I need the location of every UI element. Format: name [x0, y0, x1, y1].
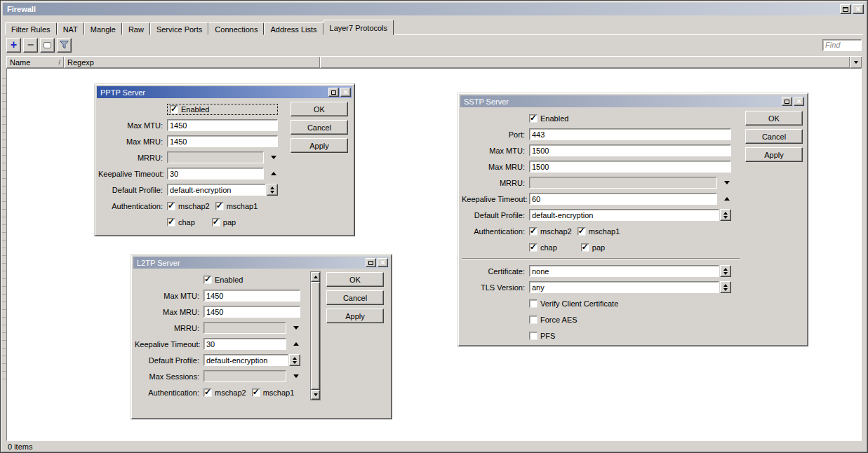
pptp-enabled-checkbox[interactable]: Enabled: [167, 104, 278, 115]
sstp-pfs-checkbox[interactable]: PFS: [529, 332, 555, 340]
sstp-max-mru-row: Max MRU:: [462, 158, 740, 175]
l2tp-max-sessions-input[interactable]: [203, 370, 286, 382]
pptp-max-mtu-input[interactable]: [167, 119, 278, 131]
sstp-chap-checkbox[interactable]: chap: [529, 243, 557, 252]
pptp-chap-checkbox[interactable]: chap: [167, 218, 195, 226]
l2tp-apply-button[interactable]: Apply: [326, 309, 384, 323]
sstp-force-aes-checkbox[interactable]: Force AES: [529, 316, 577, 324]
collapse-up-icon[interactable]: [724, 197, 730, 201]
column-header-name[interactable]: Name /: [6, 56, 64, 68]
sstp-default-profile-input[interactable]: [529, 209, 719, 221]
mrru-label: MRRU:: [135, 324, 203, 332]
tab-address-lists[interactable]: Address Lists: [264, 22, 323, 35]
restore-button[interactable]: [840, 4, 851, 14]
pptp-pin-button[interactable]: [328, 88, 339, 97]
window-titlebar[interactable]: Firewall ×: [3, 3, 865, 15]
comment-button[interactable]: [40, 38, 55, 53]
pptp-cancel-button[interactable]: Cancel: [291, 120, 348, 135]
add-button[interactable]: +: [6, 38, 21, 53]
l2tp-default-profile-dropdown[interactable]: [289, 354, 300, 366]
l2tp-cancel-button[interactable]: Cancel: [326, 290, 384, 305]
expand-down-icon[interactable]: [724, 181, 730, 184]
close-icon: ×: [796, 98, 801, 104]
sstp-default-profile-dropdown[interactable]: [720, 209, 731, 221]
pptp-keepalive-input[interactable]: [167, 168, 264, 180]
tab-connections[interactable]: Connections: [208, 22, 264, 35]
expand-down-icon[interactable]: [293, 374, 299, 378]
firewall-window: Firewall × Filter Rules NAT Mangle Raw S…: [0, 0, 868, 453]
pptp-mrru-input[interactable]: [167, 151, 264, 163]
sstp-certificate-input[interactable]: [529, 265, 719, 277]
l2tp-pin-button[interactable]: [366, 258, 376, 267]
l2tp-ok-button[interactable]: OK: [326, 272, 384, 287]
arrow-up-icon: [314, 276, 318, 278]
sstp-verify-client-certificate-checkbox[interactable]: Verify Client Certificate: [529, 299, 618, 308]
l2tp-mrru-input[interactable]: [203, 322, 286, 334]
scrollbar-thumb[interactable]: [311, 282, 320, 390]
sstp-enabled-checkbox[interactable]: Enabled: [529, 114, 568, 123]
checkbox-icon: [577, 227, 586, 236]
pptp-titlebar[interactable]: PPTP Server ×: [97, 86, 352, 98]
l2tp-keepalive-input[interactable]: [203, 338, 286, 350]
l2tp-titlebar[interactable]: L2TP Server ×: [133, 257, 389, 269]
l2tp-mschap1-checkbox[interactable]: mschap1: [252, 388, 295, 397]
tab-layer7-protocols[interactable]: Layer7 Protocols: [323, 20, 394, 35]
sstp-mschap2-checkbox[interactable]: mschap2: [529, 227, 572, 236]
l2tp-mschap2-checkbox[interactable]: mschap2: [203, 388, 246, 397]
sstp-certificate-row: Certificate:: [462, 263, 740, 279]
pptp-mschap2-checkbox[interactable]: mschap2: [167, 202, 210, 210]
sstp-port-input[interactable]: [529, 128, 731, 140]
tab-raw[interactable]: Raw: [122, 22, 150, 35]
sstp-mrru-input[interactable]: [529, 177, 717, 189]
sstp-port-row: Port:: [462, 126, 740, 142]
sstp-cancel-button[interactable]: Cancel: [745, 129, 803, 144]
sstp-close-button[interactable]: ×: [794, 97, 804, 106]
l2tp-close-button[interactable]: ×: [378, 258, 388, 267]
sstp-titlebar[interactable]: SSTP Server ×: [460, 95, 806, 107]
sstp-tls-version-dropdown[interactable]: [720, 281, 731, 293]
pptp-max-mru-input[interactable]: [167, 135, 278, 147]
sstp-pin-button[interactable]: [782, 97, 792, 106]
pptp-ok-button[interactable]: OK: [291, 102, 348, 116]
sstp-apply-button[interactable]: Apply: [745, 147, 803, 162]
l2tp-max-mru-input[interactable]: [203, 306, 300, 318]
sstp-pap-checkbox[interactable]: pap: [581, 243, 605, 252]
find-input[interactable]: [822, 39, 862, 51]
row-tick-marks: [2, 71, 6, 382]
pptp-default-profile-input[interactable]: [167, 184, 266, 196]
collapse-up-icon[interactable]: [293, 342, 299, 346]
l2tp-default-profile-input[interactable]: [203, 354, 288, 366]
updown-icon: [270, 187, 274, 189]
collapse-up-icon[interactable]: [271, 172, 276, 175]
sstp-keepalive-input[interactable]: [529, 193, 717, 205]
pptp-apply-button[interactable]: Apply: [291, 138, 348, 153]
column-select-button[interactable]: [850, 56, 862, 68]
sstp-max-mtu-input[interactable]: [529, 144, 731, 156]
sstp-tls-version-input[interactable]: [529, 281, 719, 293]
sstp-certificate-dropdown[interactable]: [720, 265, 731, 277]
scroll-down-button[interactable]: [311, 390, 320, 400]
mrru-label: MRRU:: [98, 154, 167, 162]
sstp-max-mru-input[interactable]: [529, 161, 731, 173]
tab-mangle[interactable]: Mangle: [84, 22, 122, 35]
close-button[interactable]: ×: [853, 4, 864, 14]
remove-button[interactable]: −: [23, 38, 38, 53]
tab-nat[interactable]: NAT: [57, 22, 84, 35]
pptp-close-button[interactable]: ×: [340, 88, 351, 97]
pptp-pap-checkbox[interactable]: pap: [212, 218, 236, 226]
l2tp-max-mtu-input[interactable]: [203, 290, 300, 302]
tab-filter-rules[interactable]: Filter Rules: [5, 22, 57, 35]
pptp-default-profile-dropdown[interactable]: [267, 184, 278, 196]
sstp-ok-button[interactable]: OK: [745, 111, 803, 126]
tab-strip: Filter Rules NAT Mangle Raw Service Port…: [5, 20, 863, 35]
tab-service-ports[interactable]: Service Ports: [150, 22, 208, 35]
pptp-mschap1-checkbox[interactable]: mschap1: [215, 202, 258, 210]
column-header-regexp[interactable]: Regexp: [64, 56, 320, 68]
scroll-up-button[interactable]: [311, 272, 320, 282]
l2tp-enabled-checkbox[interactable]: Enabled: [203, 276, 243, 284]
sstp-mschap1-checkbox[interactable]: mschap1: [577, 227, 620, 236]
filter-button[interactable]: [57, 38, 72, 53]
checkbox-icon: [203, 276, 212, 284]
expand-down-icon[interactable]: [271, 156, 276, 159]
expand-down-icon[interactable]: [293, 326, 299, 330]
